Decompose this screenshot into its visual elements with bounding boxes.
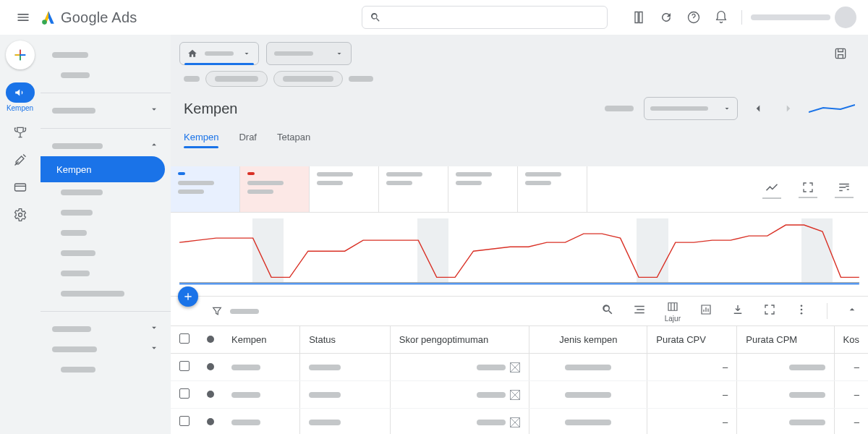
columns-icon (666, 300, 679, 313)
rail-billing-icon[interactable] (13, 180, 27, 195)
segment-button[interactable] (633, 303, 646, 319)
tab-kempen[interactable]: Kempen (184, 127, 218, 147)
col-status[interactable]: Status (300, 326, 391, 354)
table-header-row: Kempen Status Skor pengoptimuman Jenis k… (171, 326, 868, 354)
row-checkbox[interactable] (179, 361, 190, 371)
performance-chart[interactable] (171, 213, 868, 297)
ads-logo-icon (41, 9, 56, 25)
metric-card-2[interactable] (240, 166, 310, 212)
svg-point-7 (801, 312, 803, 315)
date-prev-button[interactable] (748, 98, 768, 119)
global-search[interactable] (362, 6, 608, 29)
sidenav-item[interactable] (41, 243, 171, 263)
table-row[interactable]: –– (171, 381, 868, 409)
rail-tools-icon[interactable] (13, 153, 27, 167)
notifications-icon[interactable] (710, 6, 733, 29)
campaign-name-placeholder (231, 420, 260, 425)
row-checkbox[interactable] (179, 416, 190, 426)
rail-campaigns[interactable]: Kempen (3, 82, 38, 112)
filter-button[interactable] (211, 305, 259, 317)
col-kempen[interactable]: Kempen (223, 326, 300, 354)
date-range-picker[interactable] (644, 97, 738, 120)
chevron-up-icon (846, 304, 858, 315)
reports-button[interactable] (699, 303, 712, 319)
scope-bar (171, 35, 868, 65)
sidenav-group-5[interactable] (41, 339, 171, 359)
account-scope-selector[interactable] (179, 42, 259, 65)
rail-settings-icon[interactable] (13, 208, 27, 222)
save-view-icon[interactable] (829, 42, 852, 65)
page-title-row: Kempen (171, 87, 868, 120)
filter-chip[interactable] (273, 71, 343, 87)
status-indicator (207, 363, 214, 370)
metric-card-1[interactable] (171, 166, 240, 212)
collapse-button[interactable] (846, 304, 858, 318)
expand-chart-button[interactable] (799, 181, 817, 198)
sidenav-item[interactable] (41, 182, 171, 203)
cpv-cell: – (647, 381, 737, 409)
sidenav-group-4[interactable] (41, 319, 171, 339)
search-icon (601, 303, 614, 316)
sidenav-group-1[interactable] (41, 45, 171, 65)
summary-placeholder (605, 106, 634, 111)
table-search-button[interactable] (601, 303, 614, 319)
campaign-scope-selector[interactable] (266, 42, 352, 65)
col-jenis[interactable]: Jenis kempen (529, 326, 647, 354)
tune-icon (838, 181, 851, 194)
refresh-icon[interactable] (655, 6, 678, 29)
svg-point-3 (18, 213, 22, 217)
add-campaign-fab[interactable] (178, 286, 198, 307)
sidenav-item-kempen[interactable]: Kempen (41, 156, 165, 182)
segment-icon (633, 303, 646, 316)
row-checkbox[interactable] (179, 388, 190, 399)
cost-cell: – (834, 409, 868, 435)
select-all-checkbox[interactable] (179, 333, 190, 344)
image-placeholder-icon (510, 390, 520, 400)
metric-card-3[interactable] (310, 166, 379, 212)
col-cpv[interactable]: Purata CPV (647, 326, 737, 354)
sidenav-item[interactable] (41, 284, 171, 304)
search-input[interactable] (387, 12, 600, 23)
status-placeholder (309, 392, 341, 398)
sidenav-item[interactable] (41, 203, 171, 223)
help-icon[interactable] (682, 6, 705, 29)
filter-chip[interactable] (205, 71, 268, 87)
sidenav-group-3[interactable] (41, 136, 171, 156)
more-button[interactable] (795, 303, 808, 319)
create-button[interactable] (6, 41, 35, 69)
sidenav-item[interactable] (41, 359, 171, 380)
sidenav-item[interactable] (41, 263, 171, 284)
tab-draf[interactable]: Draf (239, 127, 257, 147)
tab-tetapan[interactable]: Tetapan (277, 127, 310, 147)
columns-button[interactable]: Lajur (665, 300, 681, 323)
product-logo[interactable]: Google Ads (41, 9, 137, 26)
table-row[interactable]: –– (171, 409, 868, 435)
rail-trophy-icon[interactable] (13, 125, 27, 140)
megaphone-icon (14, 86, 27, 99)
date-next-button[interactable] (778, 98, 799, 119)
col-kos[interactable]: Kos (834, 326, 868, 354)
svg-rect-2 (14, 184, 25, 191)
status-indicator (207, 418, 214, 425)
cpm-cell (737, 409, 834, 435)
download-button[interactable] (731, 303, 744, 319)
fullscreen-table-button[interactable] (763, 303, 776, 319)
guide-icon[interactable] (627, 6, 650, 29)
svg-point-0 (42, 20, 47, 25)
sidenav-item[interactable] (41, 223, 171, 243)
avatar[interactable] (835, 7, 856, 28)
opt-score-placeholder (477, 420, 506, 425)
col-cpm[interactable]: Purata CPM (737, 326, 834, 354)
hamburger-menu-icon[interactable] (12, 6, 35, 29)
campaigns-table: Kempen Status Skor pengoptimuman Jenis k… (171, 326, 868, 434)
metric-card-6[interactable] (518, 166, 587, 212)
metric-card-5[interactable] (448, 166, 518, 212)
chart-type-button[interactable] (762, 180, 781, 199)
main-content: Kempen Kempen Draf Tetapan (171, 35, 868, 434)
metric-card-4[interactable] (379, 166, 448, 212)
col-opt-score[interactable]: Skor pengoptimuman (390, 326, 529, 354)
chart-settings-button[interactable] (835, 181, 854, 198)
table-row[interactable]: –– (171, 354, 868, 381)
sidenav-group-2[interactable] (41, 101, 171, 121)
sidenav-item[interactable] (41, 65, 171, 85)
